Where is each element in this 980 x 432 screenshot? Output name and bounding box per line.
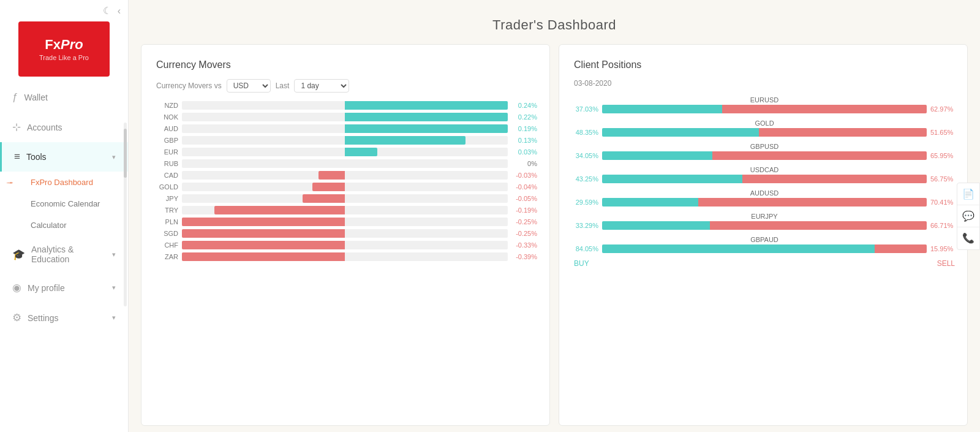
cp-buy-bar (602, 105, 722, 113)
cm-value: -0.39% (511, 253, 537, 260)
cm-row: CAD-0.03% (156, 171, 537, 180)
sidebar-item-settings[interactable]: ⚙ Settings ▾ (0, 303, 128, 333)
cp-buy-bar (602, 221, 710, 230)
sidebar-nav: ƒ Wallet ⊹ Accounts ≡ Tools ▾ → FxPro Da… (0, 77, 128, 432)
cp-buy-value: 37.03% (574, 105, 598, 113)
cm-symbol: GBP (156, 137, 178, 144)
dark-mode-icon[interactable]: ☾ (103, 5, 111, 17)
cp-sell-bar (722, 105, 927, 113)
settings-icon: ⚙ (12, 311, 21, 324)
cm-value: -0.04% (511, 183, 537, 191)
profile-icon: ◉ (12, 281, 21, 294)
cp-bar-container (602, 151, 927, 160)
cp-sell-value: 62.97% (930, 105, 955, 113)
cm-bar (345, 113, 508, 121)
buy-legend-label: BUY (574, 259, 589, 268)
cm-bar (182, 252, 345, 261)
cm-bar-container (182, 229, 508, 238)
cp-sell-bar (698, 198, 927, 207)
cm-symbol: EUR (156, 148, 178, 156)
sidebar-item-label: Accounts (27, 123, 62, 132)
currency-select[interactable]: USDEURGBP (227, 79, 271, 93)
cm-bar-container (182, 252, 508, 261)
period-select[interactable]: 1 day1 week1 month (294, 79, 349, 93)
sidebar-item-label: Wallet (24, 93, 47, 102)
sidebar-item-label: My profile (28, 283, 65, 293)
cm-bar (345, 136, 466, 145)
cm-bar (182, 241, 345, 249)
cp-row: AUDUSD29.59%70.41% (574, 189, 955, 207)
cm-symbol: CHF (156, 241, 178, 249)
cp-row: GOLD48.35%51.65% (574, 119, 955, 137)
cp-symbol: GBPAUD (574, 236, 955, 243)
sidebar-item-analytics[interactable]: 🎓 Analytics & Education ▾ (0, 236, 128, 273)
cm-value: 0% (511, 160, 537, 167)
collapse-sidebar-icon[interactable]: ‹ (118, 6, 121, 17)
cm-symbol: RUB (156, 160, 178, 167)
cm-value: -0.05% (511, 195, 537, 202)
cm-bar-container (182, 101, 508, 110)
sidebar-item-myprofile[interactable]: ◉ My profile ▾ (0, 273, 128, 303)
cp-bar-container (602, 221, 927, 230)
sidebar-item-tools[interactable]: ≡ Tools ▾ (0, 142, 128, 172)
cp-symbol: GOLD (574, 119, 955, 127)
cm-row: PLN-0.25% (156, 218, 537, 226)
cm-value: -0.03% (511, 172, 537, 179)
cp-buy-value: 84.05% (574, 245, 598, 252)
cp-row: EURUSD37.03%62.97% (574, 96, 955, 113)
cp-buy-bar (602, 128, 759, 137)
last-label: Last (276, 81, 290, 90)
sidebar-item-wallet[interactable]: ƒ Wallet (0, 83, 128, 112)
cp-bar-container (602, 198, 927, 207)
currency-movers-panel: Currency Movers Currency Movers vs USDEU… (141, 44, 550, 426)
cm-symbol: GOLD (156, 183, 178, 191)
cp-row: GBPUSD34.05%65.95% (574, 143, 955, 160)
cp-symbol: AUDUSD (574, 189, 955, 197)
main-content: Trader's Dashboard Currency Movers Curre… (129, 0, 980, 432)
subnav-item-fxpro-dashboard[interactable]: → FxPro Dashboard (0, 172, 128, 193)
client-positions-date: 03-08-2020 (574, 79, 955, 88)
cm-row: NZD0.24% (156, 101, 537, 110)
cm-bar-container (182, 113, 508, 121)
cp-sell-value: 70.41% (930, 199, 955, 206)
cm-bar-container (182, 206, 508, 214)
cp-bar-container (602, 244, 927, 253)
cm-bar (182, 218, 345, 226)
phone-icon[interactable]: 📞 (957, 227, 979, 249)
cp-sell-value: 66.71% (930, 222, 955, 229)
client-positions-legend: BUY SELL (574, 259, 955, 268)
cm-bar-container (182, 136, 508, 145)
subnav-item-calculator[interactable]: Calculator (0, 214, 128, 236)
sidebar-item-accounts[interactable]: ⊹ Accounts (0, 112, 128, 142)
cp-buy-value: 48.35% (574, 129, 598, 136)
cp-buy-value: 34.05% (574, 152, 598, 159)
document-icon[interactable]: 📄 (957, 183, 979, 205)
cp-symbol: USDCAD (574, 166, 955, 173)
cp-symbol: EURUSD (574, 96, 955, 104)
scrollbar-track[interactable] (124, 123, 127, 306)
client-positions-title: Client Positions (574, 59, 955, 70)
subnav-item-economic-calendar[interactable]: Economic Calendar (0, 193, 128, 214)
cm-value: 0.22% (511, 113, 537, 121)
chat-icon[interactable]: 💬 (957, 205, 979, 227)
cm-bar-container (182, 148, 508, 156)
cm-row: RUB0% (156, 159, 537, 168)
cp-sell-value: 56.75% (930, 175, 955, 183)
cm-symbol: TRY (156, 207, 178, 214)
client-positions-panel: Client Positions 03-08-2020 EURUSD37.03%… (559, 44, 968, 426)
sidebar-item-label: Tools (26, 152, 47, 162)
cp-symbol: EURJPY (574, 213, 955, 220)
cm-symbol: JPY (156, 195, 178, 202)
cm-value: 0.13% (511, 137, 537, 144)
cm-bar (214, 206, 345, 214)
cm-bar (345, 124, 508, 133)
cm-symbol: AUD (156, 125, 178, 132)
cp-bar-row: 29.59%70.41% (574, 198, 955, 207)
cp-sell-bar (759, 128, 927, 137)
cm-symbol: ZAR (156, 253, 178, 260)
cm-value: 0.24% (511, 102, 537, 109)
cp-buy-value: 43.25% (574, 175, 598, 183)
cp-symbol: GBPUSD (574, 143, 955, 150)
cm-row: AUD0.19% (156, 124, 537, 133)
cm-symbol: NOK (156, 113, 178, 121)
